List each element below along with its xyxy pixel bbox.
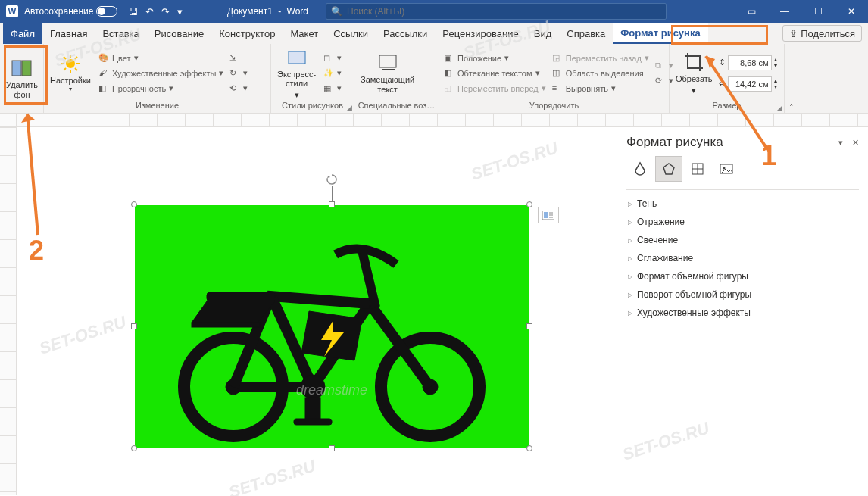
autosave-toggle[interactable]: Автосохранение [24, 6, 117, 17]
picture-style-icon [286, 47, 308, 68]
align-button[interactable]: ≡Выровнять ▾ [551, 83, 651, 95]
annotation-number-2: 2 [29, 235, 44, 267]
undo-icon[interactable]: ↶ [145, 6, 154, 17]
svg-text:dreamstime: dreamstime [296, 382, 367, 398]
sidepane-item-softedges[interactable]: Сглаживание [626, 249, 859, 267]
search-input[interactable] [347, 6, 661, 17]
effects-tab[interactable] [655, 156, 682, 182]
vertical-ruler[interactable] [0, 127, 17, 495]
group-icon: ⧉ [655, 61, 666, 71]
selected-picture[interactable]: dreamstime [135, 205, 529, 448]
forward-icon: ◱ [444, 83, 454, 94]
transparency-icon: ◧ [98, 83, 109, 94]
layout-props-tab[interactable] [684, 156, 711, 182]
styles-dialog-launcher[interactable]: ◢ [347, 104, 352, 111]
share-button[interactable]: ⇪ Поделиться [782, 25, 862, 42]
resize-handle[interactable] [329, 201, 335, 207]
tab-references[interactable]: Ссылки [326, 23, 376, 44]
tab-home[interactable]: Главная [42, 23, 95, 44]
svg-rect-0 [12, 61, 21, 76]
transparency-button[interactable]: ◧Прозрачность ▾ [97, 83, 225, 95]
resize-handle[interactable] [329, 445, 335, 451]
tab-view[interactable]: Вид [526, 23, 560, 44]
svg-line-37 [706, 56, 769, 151]
tab-mailings[interactable]: Рассылки [376, 23, 435, 44]
svg-rect-11 [289, 51, 305, 64]
resize-handle[interactable] [131, 201, 137, 207]
palette-icon: 🎨 [98, 53, 109, 64]
tab-review[interactable]: Рецензирование [435, 23, 526, 44]
close-icon[interactable]: ✕ [835, 0, 868, 23]
pane-options-icon[interactable]: ▾ [838, 138, 843, 148]
compress-pictures-button[interactable]: ⇲ [228, 52, 249, 64]
minimize-icon[interactable]: — [768, 0, 801, 23]
change-picture-button[interactable]: ↻ ▾ [228, 67, 249, 80]
autosave-switch-icon[interactable] [96, 6, 117, 17]
alt-text-button[interactable]: Замещающий текст [358, 45, 417, 101]
selection-pane-button[interactable]: ◫Область выделения [551, 67, 651, 80]
sidepane-item-3dformat[interactable]: Формат объемной фигуры [626, 267, 859, 285]
quick-styles-button[interactable]: Экспресс- стили ▾ [274, 45, 319, 101]
rotation-handle-icon[interactable] [326, 173, 338, 186]
reset-icon: ⟲ [229, 83, 240, 94]
search-box[interactable]: 🔍 [326, 3, 667, 20]
bring-forward-button[interactable]: ◱Переместить вперед ▾ [442, 83, 548, 95]
svg-rect-22 [294, 419, 332, 425]
reset-picture-button[interactable]: ⟲ ▾ [228, 83, 249, 95]
tab-design[interactable]: Конструктор [211, 23, 283, 44]
qat-dropdown-icon[interactable]: ▾ [177, 6, 183, 17]
wrap-text-button[interactable]: ◧Обтекание текстом ▾ [442, 67, 548, 80]
tab-help[interactable]: Справка [559, 23, 613, 44]
fill-line-tab[interactable] [626, 156, 654, 182]
compress-icon: ⇲ [229, 53, 240, 64]
save-icon[interactable]: 🖫 [128, 6, 138, 17]
layout-icon: ▦ [323, 83, 334, 94]
annotation-number-1: 1 [761, 140, 776, 172]
svg-rect-21 [305, 398, 320, 420]
maximize-icon[interactable]: ☐ [801, 0, 835, 23]
collapse-ribbon-icon[interactable]: ˄ [789, 103, 794, 113]
svg-line-9 [75, 57, 77, 59]
word-app-icon: W [6, 5, 18, 17]
resize-handle[interactable] [526, 323, 532, 329]
layout-options-flyout[interactable] [538, 207, 559, 223]
ribbon-tabs: Файл Главная Вставка Рисование Конструкт… [0, 23, 868, 44]
tab-insert[interactable]: Вставка [95, 23, 146, 44]
svg-rect-19 [192, 323, 260, 327]
picture-border-button[interactable]: ◻▾ [322, 52, 343, 64]
redo-icon[interactable]: ↷ [161, 6, 170, 17]
picture-layout-button[interactable]: ▦▾ [322, 83, 343, 95]
picture-tab[interactable] [713, 156, 740, 182]
sidepane-item-glow[interactable]: Свечение [626, 231, 859, 249]
resize-handle[interactable] [131, 323, 137, 329]
position-button[interactable]: ▣Положение ▾ [442, 52, 548, 64]
sidepane-item-shadow[interactable]: Тень [626, 195, 859, 213]
sidepane-item-3drotation[interactable]: Поворот объемной фигуры [626, 285, 859, 304]
remove-background-button[interactable]: Удалить фон [3, 45, 41, 111]
tab-draw[interactable]: Рисование [147, 23, 211, 44]
corrections-button[interactable]: Настройки▾ [47, 45, 94, 101]
resize-handle[interactable] [131, 445, 137, 451]
group-styles-label: Стили рисунков [274, 101, 351, 111]
tab-layout[interactable]: Макет [283, 23, 326, 44]
ribbon-options-icon[interactable]: ▭ [735, 0, 768, 23]
tab-file[interactable]: Файл [3, 23, 42, 44]
tab-picture-format[interactable]: Формат рисунка [613, 23, 707, 44]
send-backward-button[interactable]: ◲Переместить назад ▾ [551, 52, 651, 64]
quick-access-toolbar: 🖫 ↶ ↷ ▾ [128, 6, 183, 17]
window-controls: ▭ — ☐ ✕ [735, 0, 868, 23]
effects-icon: ✨ [323, 68, 334, 79]
resize-handle[interactable] [526, 445, 532, 451]
pane-close-icon[interactable]: ✕ [852, 138, 859, 148]
color-button[interactable]: 🎨Цвет ▾ [97, 52, 225, 64]
picture-effects-button[interactable]: ✨▾ [322, 67, 343, 80]
format-picture-pane: Формат рисунка ▾ ✕ Тень Отражение Свечен… [617, 127, 868, 495]
artistic-effects-button[interactable]: 🖌Художественные эффекты ▾ [97, 67, 225, 80]
brush-icon: 🖌 [98, 68, 109, 79]
document-canvas[interactable]: dreamstime [17, 127, 617, 495]
sidepane-item-artistic[interactable]: Художественные эффекты [626, 304, 859, 322]
resize-handle[interactable] [526, 201, 532, 207]
group-adjust-label: Изменение [47, 101, 267, 111]
alt-text-icon [377, 52, 398, 73]
sidepane-item-reflection[interactable]: Отражение [626, 213, 859, 231]
